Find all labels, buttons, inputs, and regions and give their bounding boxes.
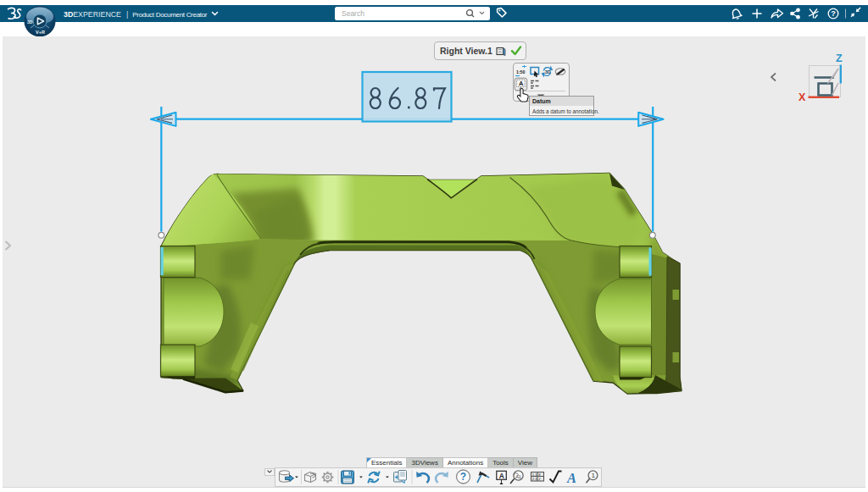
svg-text:1: 1 <box>592 472 595 479</box>
svg-text:A: A <box>519 80 524 87</box>
svg-text:A1: A1 <box>515 473 521 478</box>
svg-text:A: A <box>499 471 504 479</box>
svg-text:A: A <box>566 469 576 485</box>
svg-text:2.3: 2.3 <box>532 477 538 481</box>
svg-text:3D: 3D <box>545 69 551 75</box>
svg-text:?: ? <box>460 471 466 483</box>
svg-text:1:50: 1:50 <box>516 69 525 75</box>
svg-text:1.1: 1.1 <box>532 472 538 476</box>
